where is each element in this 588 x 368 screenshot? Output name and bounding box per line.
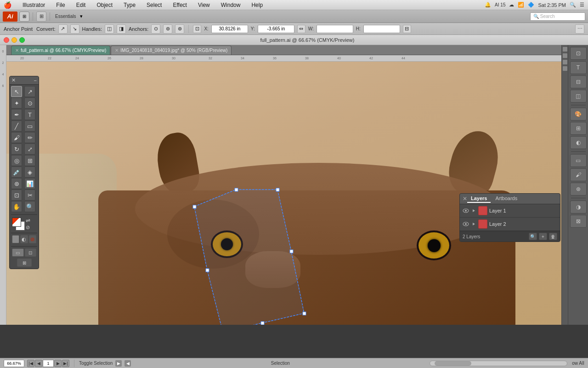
handles-btn-2[interactable]: ◨ — [117, 24, 126, 34]
fr-align[interactable]: ⊟ — [570, 75, 587, 88]
layers-tab-artboards[interactable]: Artboards — [492, 195, 521, 203]
layer-visibility-2[interactable] — [463, 221, 469, 227]
nav-prev[interactable]: ◀ — [35, 360, 42, 367]
fr-artboard[interactable]: ⊠ — [570, 215, 587, 228]
menu-search[interactable]: 🔍 — [570, 2, 576, 8]
fr-transform[interactable]: ⊡ — [570, 47, 587, 60]
tool-panel-close[interactable]: ✕ — [11, 77, 16, 83]
fr-swatches[interactable]: ⊞ — [570, 122, 587, 135]
tool-rect[interactable]: ▭ — [24, 121, 35, 132]
layer-visibility-1[interactable] — [463, 207, 469, 214]
anchors-btn-3[interactable]: ⊛ — [175, 24, 184, 34]
tool-pencil[interactable]: ✏ — [24, 132, 35, 143]
layers-delete-btn[interactable]: 🗑 — [549, 233, 557, 240]
tool-brush[interactable]: 🖌 — [11, 132, 22, 143]
layers-search-btn[interactable]: 🔍 — [529, 233, 537, 240]
fr-brushes[interactable]: 🖌 — [570, 168, 587, 181]
tool-lasso[interactable]: ⊙ — [24, 98, 35, 109]
zoom-input[interactable] — [4, 360, 24, 367]
menu-file[interactable]: File — [54, 2, 67, 8]
rc-btn-2[interactable] — [563, 53, 567, 58]
rc-btn-4[interactable] — [563, 66, 567, 71]
tool-selection[interactable]: ↖ — [11, 86, 22, 97]
apple-menu[interactable]: 🍎 — [4, 1, 11, 9]
h-scrollbar[interactable] — [430, 361, 567, 366]
status-options-btn[interactable]: ◀ — [124, 360, 131, 367]
tool-slice[interactable]: ✂ — [24, 190, 35, 201]
tool-zoom[interactable]: 🔍 — [24, 201, 35, 212]
nav-last[interactable]: ▶| — [62, 360, 69, 367]
layer-row-2[interactable]: Layer 2 — [460, 218, 560, 231]
menu-edit[interactable]: Edit — [74, 2, 88, 8]
layer-row-1[interactable]: Layer 1 — [460, 204, 560, 218]
fill-mode-color[interactable] — [12, 235, 19, 243]
menu-effect[interactable]: Effect — [171, 2, 188, 8]
tool-pen[interactable]: ✒ — [11, 109, 22, 120]
h-scroll-thumb[interactable] — [435, 361, 471, 366]
layer-expand-2[interactable] — [471, 221, 476, 227]
handles-btn-1[interactable]: ◫ — [105, 24, 114, 34]
convert-btn-2[interactable]: ↘ — [70, 24, 79, 34]
page-input[interactable] — [43, 360, 54, 367]
menu-object[interactable]: Object — [95, 2, 114, 8]
tab-close-2[interactable]: ✕ — [115, 48, 119, 53]
status-toggle-btn[interactable]: ▶ — [115, 360, 122, 367]
tab-img[interactable]: ✕ IMG_20140818_084019.jpg* @ 50% (RGB/Pr… — [111, 46, 232, 55]
fr-text[interactable]: T — [570, 61, 587, 74]
layers-close-btn[interactable]: ✕ — [463, 196, 467, 202]
fill-mode-none[interactable]: ⊘ — [29, 235, 36, 243]
menu-help[interactable]: Help — [249, 2, 265, 8]
arrange-icon[interactable]: ⊞ — [36, 12, 46, 22]
link-icon[interactable]: ⇔ — [297, 25, 305, 33]
fr-gradient[interactable]: ◐ — [570, 136, 587, 149]
tool-artboard[interactable]: ⊡ — [11, 190, 22, 201]
rc-btn-3[interactable] — [563, 60, 567, 64]
fr-color[interactable]: 🎨 — [570, 108, 587, 121]
tool-blend[interactable]: ◈ — [24, 167, 35, 178]
window-close[interactable] — [4, 37, 9, 43]
menu-type[interactable]: Type — [122, 2, 137, 8]
w-input[interactable] — [317, 25, 353, 33]
menu-list[interactable]: ☰ — [580, 2, 584, 8]
fr-stroke[interactable]: ▭ — [570, 154, 587, 167]
fr-opacity[interactable]: ◑ — [570, 201, 587, 213]
options-btn[interactable]: ⋯ — [575, 24, 584, 34]
fr-symbols[interactable]: ⊛ — [570, 183, 587, 196]
swap-colors-btn[interactable]: ⇌ — [26, 217, 30, 224]
menu-illustrator[interactable]: Illustrator — [21, 2, 47, 8]
tab-full-pattern[interactable]: ✕ full_pattern.ai @ 66.67% (CMYK/Preview… — [11, 46, 110, 55]
x-input[interactable] — [211, 25, 248, 33]
fr-pathfinder[interactable]: ◫ — [570, 90, 587, 103]
fill-mode-gradient[interactable]: ◐ — [20, 235, 28, 243]
layers-new-btn[interactable]: + — [539, 233, 547, 240]
resize-icon[interactable]: ⊟ — [403, 25, 411, 33]
menu-view[interactable]: View — [196, 2, 212, 8]
tool-symbol[interactable]: ⊛ — [11, 178, 22, 189]
tool-free-transform[interactable]: ⊞ — [24, 155, 35, 166]
workspace-dropdown[interactable]: ▾ — [78, 12, 85, 21]
convert-btn-1[interactable]: ↗ — [58, 24, 68, 34]
window-minimize[interactable] — [11, 37, 17, 43]
tool-graph[interactable]: 📊 — [24, 178, 35, 189]
tool-rotate[interactable]: ↻ — [11, 144, 22, 155]
transform-icon[interactable]: ⊡ — [193, 25, 201, 33]
tool-scale[interactable]: ⤢ — [24, 144, 35, 155]
layers-tab-layers[interactable]: Layers — [467, 195, 491, 203]
tool-type[interactable]: T — [24, 109, 35, 120]
tool-line[interactable]: ╱ — [11, 121, 22, 132]
tool-magic-wand[interactable]: ✦ — [11, 98, 22, 109]
rc-btn-1[interactable] — [563, 47, 567, 52]
search-box[interactable]: 🔍 Search — [530, 12, 585, 21]
menu-window[interactable]: Window — [219, 2, 243, 8]
draw-mode-normal[interactable]: ▭ — [12, 248, 24, 257]
tool-direct-selection[interactable]: ↗ — [24, 86, 35, 97]
tab-close-1[interactable]: ✕ — [15, 48, 19, 53]
screen-mode-btn[interactable]: ⊠ — [17, 259, 32, 267]
default-colors-btn[interactable]: ⊘ — [26, 224, 30, 230]
tool-hand[interactable]: ✋ — [11, 201, 22, 212]
fill-swatch[interactable] — [12, 218, 21, 227]
tool-warp[interactable]: ◎ — [11, 155, 22, 166]
anchors-btn-1[interactable]: ⊙ — [151, 24, 160, 34]
draw-mode-inside[interactable]: ⊡ — [25, 248, 37, 257]
h-input[interactable] — [363, 25, 400, 33]
